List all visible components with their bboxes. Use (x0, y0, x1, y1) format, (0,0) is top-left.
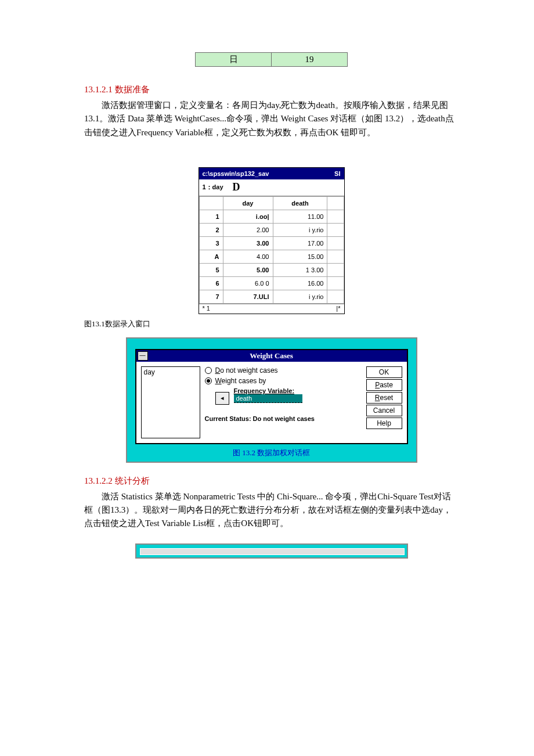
table-row: A4.0015.00 (199, 250, 344, 263)
spss-footer: * 1 |* (199, 304, 344, 314)
cell-day[interactable]: 7.ULl (223, 290, 273, 303)
ok-button[interactable]: OK (366, 366, 402, 378)
spss-tag: SI (334, 170, 340, 177)
table-row: 77.ULli y.rio (199, 290, 344, 303)
cell-death[interactable]: i y.rio (273, 223, 327, 236)
dialog-title: Weight Cases (250, 351, 293, 360)
para-stat-analysis: 激活 Statistics 菜单选 Nonparametric Tests 中的… (84, 490, 459, 531)
row-number: 6 (199, 276, 223, 290)
spss-footer-right: |* (336, 305, 340, 313)
heading-stat-analysis: 13.1.2.2 统计分析 (84, 476, 459, 487)
reset-button[interactable]: Reset (366, 392, 402, 404)
cell-death[interactable]: 17.00 (273, 236, 327, 250)
cell-death[interactable]: i y.rio (273, 290, 327, 303)
cell-blank (327, 276, 344, 290)
cell-blank (327, 263, 344, 276)
mini-left: 日 (196, 53, 272, 67)
spss-data-window: c:\spsswin\sp132_sav SI 1：day D day deat… (199, 167, 345, 314)
cell-day[interactable]: i.oo| (223, 210, 273, 223)
table-row: 33.0017.00 (199, 236, 344, 250)
row-number: 2 (199, 223, 223, 236)
cell-day[interactable]: 4.00 (223, 250, 273, 263)
row-number: A (199, 250, 223, 263)
cancel-button[interactable]: Cancel (366, 405, 402, 416)
heading-data-prep: 13.1.2.1 数据准备 (84, 84, 459, 95)
variable-list[interactable]: day (141, 366, 200, 438)
bottom-dialog-frame (135, 543, 408, 559)
help-button[interactable]: Help (366, 417, 402, 429)
spss-titlebar: c:\spsswin\sp132_sav SI (199, 168, 344, 179)
cell-day[interactable]: 3.00 (223, 236, 273, 250)
opt-do-not-weight: o not weight cases (220, 366, 277, 375)
cell-day[interactable]: 5.00 (223, 263, 273, 276)
current-status-label: Current Status: Do not weight cases (205, 415, 362, 422)
spss-h0 (199, 196, 223, 210)
row-number: 3 (199, 236, 223, 250)
move-variable-button[interactable]: ◂ (215, 392, 229, 405)
cell-death[interactable]: 15.00 (273, 250, 327, 263)
spss-h3 (327, 196, 344, 210)
system-menu-icon[interactable]: — (138, 351, 148, 361)
spss-active-value: D (233, 181, 240, 193)
variable-day[interactable]: day (144, 368, 155, 376)
paste-button[interactable]: Paste (366, 379, 402, 391)
mini-table: 日 19 (195, 52, 348, 67)
frequency-variable-label: Frequency Variable: (234, 387, 302, 394)
cell-day[interactable]: 2.00 (223, 223, 273, 236)
row-number: 1 (199, 210, 223, 223)
row-number: 7 (199, 290, 223, 303)
table-row: 1i.oo|11.00 (199, 210, 344, 223)
cell-blank (327, 210, 344, 223)
radio-do-not-weight[interactable] (205, 367, 212, 374)
dialog-titlebar: — Weight Cases (136, 350, 407, 362)
spss-active-label: 1：day (203, 183, 223, 192)
cell-blank (327, 236, 344, 250)
spss-grid: day death 1i.oo|11.0022.00i y.rio33.0017… (199, 196, 344, 304)
table-row: 66.0 016.00 (199, 276, 344, 290)
caption-fig-13-2: 图 13.2 数据加权对话框 (135, 444, 408, 460)
table-row: 22.00i y.rio (199, 223, 344, 236)
cell-death[interactable]: 1 3.00 (273, 263, 327, 276)
frequency-variable-value[interactable]: death (234, 394, 302, 403)
opt-weight-by: eight cases by (222, 377, 266, 385)
row-number: 5 (199, 263, 223, 276)
weight-cases-dialog-frame: — Weight Cases day Do not weight cases W… (126, 337, 417, 463)
cell-blank (327, 290, 344, 303)
cell-blank (327, 250, 344, 263)
spss-h1: day (223, 196, 273, 210)
cell-death[interactable]: 11.00 (273, 210, 327, 223)
mini-right: 19 (272, 53, 348, 67)
cell-death[interactable]: 16.00 (273, 276, 327, 290)
cell-day[interactable]: 6.0 0 (223, 276, 273, 290)
spss-active-cell: 1：day D (199, 179, 344, 196)
caption-fig-13-1: 图13.1数据录入窗口 (84, 319, 459, 329)
bottom-dialog-inner (140, 548, 405, 555)
spss-footer-left: * 1 (203, 305, 210, 313)
spss-path: c:\spsswin\sp132_sav (203, 170, 269, 177)
cell-blank (327, 223, 344, 236)
para-data-prep: 激活数据管理窗口，定义变量名：各周日为day,死亡数为death。按顺序输入数据… (84, 99, 459, 139)
radio-weight-by[interactable] (205, 377, 212, 384)
table-row: 55.001 3.00 (199, 263, 344, 276)
spss-h2: death (273, 196, 327, 210)
